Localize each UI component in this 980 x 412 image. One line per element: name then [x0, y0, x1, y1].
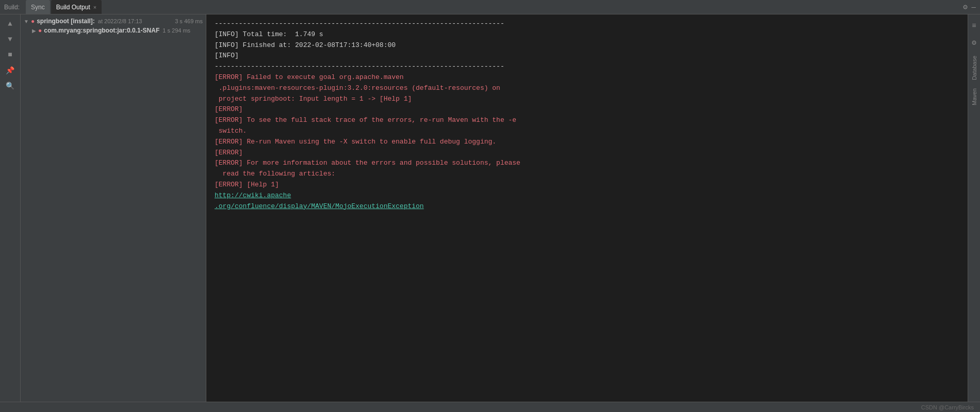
build-output-tab-label: Build Output: [56, 4, 90, 11]
tree-item-root[interactable]: ▼ ● springboot [install]: at 2022/2/8 17…: [21, 17, 206, 26]
output-line: ----------------------------------------…: [215, 61, 959, 72]
close-tab-button[interactable]: ×: [93, 4, 96, 10]
build-tree-panel: ▼ ● springboot [install]: at 2022/2/8 17…: [21, 14, 206, 402]
output-line: [ERROR]: [215, 104, 959, 115]
tree-item-child-name: com.mryang:springboot:jar:0.0.1-SNAF: [44, 27, 159, 34]
bottom-status-bar: CSDN @CarryBircks: [0, 402, 980, 412]
output-line: project springboot: Input length = 1 -> …: [215, 94, 959, 105]
output-line: read the following articles:: [215, 169, 959, 180]
build-output-tab[interactable]: Build Output ×: [51, 0, 102, 14]
output-line: [ERROR] [Help 1]: [215, 180, 959, 191]
main-area: ▲ ▼ ■ 📌 🔍 ▼ ● springboot [install]: at 2…: [0, 14, 980, 402]
output-line: [ERROR] For more information about the e…: [215, 158, 959, 169]
stop-icon[interactable]: ■: [3, 47, 18, 62]
sync-tab[interactable]: Sync: [26, 0, 50, 14]
output-line: [INFO] Finished at: 2022-02-08T17:13:40+…: [215, 40, 959, 51]
down-arrow-icon[interactable]: ▼: [3, 32, 18, 46]
sync-tab-label: Sync: [31, 4, 45, 11]
output-line: switch.: [215, 126, 959, 137]
right-sidebar: ≡ ⚙ Database Maven: [968, 14, 980, 402]
build-label: Build:: [4, 4, 20, 11]
output-line: [ERROR] Failed to execute goal org.apach…: [215, 72, 959, 83]
error-icon-child: ●: [38, 27, 42, 34]
output-line: [INFO] Total time: 1.749 s: [215, 29, 959, 40]
help-link[interactable]: http://cwiki.apache .org/confluence/disp…: [215, 191, 959, 212]
database-label[interactable]: Database: [971, 56, 977, 80]
output-line: [ERROR] Re-run Maven using the -X switch…: [215, 137, 959, 148]
maven-label[interactable]: Maven: [971, 88, 977, 105]
list-icon[interactable]: ≡: [967, 19, 981, 33]
settings-icon[interactable]: ⚙: [963, 3, 967, 11]
pin-icon[interactable]: 📌: [3, 63, 18, 77]
filter-icon[interactable]: ⚙: [967, 35, 981, 50]
output-line: ----------------------------------------…: [215, 19, 959, 29]
tree-item-root-time: at 2022/2/8 17:13: [98, 18, 142, 24]
minimize-icon[interactable]: —: [972, 3, 976, 11]
up-arrow-icon[interactable]: ▲: [3, 17, 18, 31]
output-line: [INFO]: [215, 51, 959, 61]
eye-icon[interactable]: 🔍: [3, 78, 18, 93]
tree-item-root-duration: 3 s 469 ms: [175, 18, 203, 24]
left-sidebar: ▲ ▼ ■ 📌 🔍: [0, 14, 21, 402]
output-line: [ERROR] To see the full stack trace of t…: [215, 115, 959, 126]
tree-arrow-root: ▼: [24, 19, 29, 24]
tab-bar: Build: Sync Build Output × ⚙ —: [0, 0, 980, 14]
tree-item-root-name: springboot [install]:: [37, 18, 95, 25]
error-icon-root: ●: [31, 18, 35, 25]
tree-item-child[interactable]: ▶ ● com.mryang:springboot:jar:0.0.1-SNAF…: [21, 26, 206, 35]
tree-item-child-time: 1 s 294 ms: [162, 27, 190, 34]
output-panel[interactable]: ----------------------------------------…: [206, 14, 968, 402]
output-line: [ERROR]: [215, 148, 959, 159]
output-line: .plugins:maven-resources-plugin:3.2.0:re…: [215, 83, 959, 94]
status-text: CSDN @CarryBircks: [921, 404, 974, 410]
tree-arrow-child: ▶: [32, 28, 36, 34]
